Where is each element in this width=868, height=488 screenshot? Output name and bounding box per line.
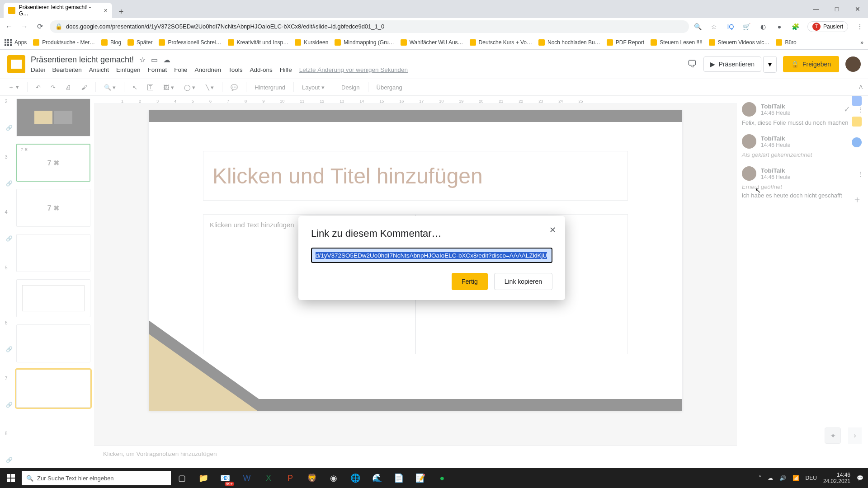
explore-button[interactable]: ✦: [825, 427, 841, 444]
slide-thumbnail[interactable]: [16, 234, 90, 272]
zoom-button[interactable]: 🔍 ▾: [101, 82, 119, 93]
menu-view[interactable]: Ansicht: [89, 66, 109, 73]
tray-chevron-icon[interactable]: ˄: [759, 475, 761, 481]
comment-menu-icon[interactable]: ⋮: [858, 170, 863, 177]
bookmark-item[interactable]: Blog: [101, 39, 121, 46]
apps-shortcut[interactable]: Apps: [5, 39, 27, 46]
brave-icon[interactable]: 🦁: [301, 468, 323, 488]
title-placeholder[interactable]: Klicken und Titel hinzufügen: [203, 151, 628, 201]
extensions-puzzle-icon[interactable]: 🧩: [791, 22, 800, 31]
menu-tools[interactable]: Tools: [228, 66, 243, 73]
browser-tab[interactable]: Präsentieren leicht gemacht! - G… ×: [4, 3, 112, 18]
back-button[interactable]: ←: [4, 21, 14, 32]
background-button[interactable]: Hintergrund: [252, 82, 288, 93]
document-title[interactable]: Präsentieren leicht gemacht!: [31, 55, 134, 65]
paint-format-button[interactable]: 🖌: [79, 82, 90, 93]
start-button[interactable]: [0, 468, 22, 488]
extension-icon[interactable]: IQ: [726, 22, 735, 31]
present-dropdown[interactable]: ▾: [763, 56, 777, 73]
bookmark-item[interactable]: Steuern Videos wic…: [709, 39, 770, 46]
close-tab-icon[interactable]: ×: [104, 7, 108, 14]
layout-button[interactable]: Layout ▾: [299, 82, 327, 93]
menu-insert[interactable]: Einfügen: [116, 66, 140, 73]
onedrive-icon[interactable]: ☁: [768, 475, 773, 481]
menu-slide[interactable]: Folie: [174, 66, 187, 73]
menu-format[interactable]: Format: [147, 66, 167, 73]
volume-icon[interactable]: 🔊: [779, 475, 786, 481]
select-tool[interactable]: ↖: [130, 82, 140, 93]
cloud-saved-icon[interactable]: ☁: [163, 56, 170, 64]
slide-thumbnail-selected[interactable]: [16, 370, 90, 408]
excel-icon[interactable]: X: [258, 468, 279, 488]
comment-history-icon[interactable]: 🗨: [687, 58, 697, 70]
zoom-icon[interactable]: 🔍: [693, 22, 703, 31]
slide-thumbnail[interactable]: [16, 279, 90, 317]
bookmark-item[interactable]: Kreativität und Insp…: [228, 39, 289, 46]
textbox-tool[interactable]: 🅃: [145, 82, 156, 93]
word-icon[interactable]: W: [236, 468, 258, 488]
bookmark-item[interactable]: Steuern Lesen !!!!: [651, 39, 703, 46]
comment-thread[interactable]: TobiTalk 14:46 Heute ⋮ Erneut geöffnet i…: [742, 166, 863, 199]
transition-button[interactable]: Übergang: [374, 82, 405, 93]
bookmark-star-icon[interactable]: ☆: [710, 22, 719, 31]
bookmark-item[interactable]: Produktsuche - Mer…: [33, 39, 95, 46]
menu-edit[interactable]: Bearbeiten: [52, 66, 82, 73]
language-indicator[interactable]: DEU: [806, 475, 817, 481]
shape-tool[interactable]: ◯ ▾: [181, 82, 198, 93]
obs-icon[interactable]: ◉: [323, 468, 344, 488]
slide-thumbnail[interactable]: 7 ✖: [16, 189, 90, 227]
extension-cart-icon[interactable]: 🛒: [742, 22, 751, 31]
spotify-icon[interactable]: ●: [431, 468, 453, 488]
reload-button[interactable]: ⟳: [34, 21, 45, 32]
edge-icon[interactable]: 🌊: [366, 468, 388, 488]
keep-icon[interactable]: [852, 117, 862, 127]
filmstrip[interactable]: 7 ✖7 ✖ 7 ✖: [13, 96, 94, 468]
wifi-icon[interactable]: 📶: [793, 475, 799, 481]
slide-thumbnail[interactable]: [16, 324, 90, 362]
slides-logo-icon[interactable]: [7, 55, 25, 73]
add-side-panel-icon[interactable]: ＋: [853, 193, 862, 206]
powerpoint-icon[interactable]: P: [279, 468, 301, 488]
extension-dark-icon[interactable]: ●: [775, 22, 784, 31]
bookmark-item[interactable]: Später: [127, 39, 152, 46]
menu-addons[interactable]: Add-ons: [250, 66, 273, 73]
print-button[interactable]: 🖨: [63, 82, 74, 93]
image-tool[interactable]: 🖼 ▾: [160, 82, 177, 93]
menu-file[interactable]: Datei: [31, 66, 45, 73]
bookmark-item[interactable]: Kursideen: [295, 39, 328, 46]
menu-help[interactable]: Hilfe: [280, 66, 292, 73]
star-icon[interactable]: ☆: [139, 56, 146, 64]
bookmark-item[interactable]: Mindmapping (Gru…: [335, 39, 394, 46]
clock[interactable]: 14:46 24.02.2021: [823, 472, 850, 485]
theme-button[interactable]: Design: [339, 82, 362, 93]
new-slide-button[interactable]: ＋ ▾: [5, 81, 22, 93]
slide-thumbnail[interactable]: [16, 99, 90, 136]
mail-icon[interactable]: 📧99+: [214, 468, 236, 488]
chrome-icon[interactable]: 🌐: [344, 468, 366, 488]
account-avatar[interactable]: [845, 56, 861, 72]
done-button[interactable]: Fertig: [452, 273, 488, 290]
maximize-button[interactable]: □: [826, 0, 847, 18]
task-view-icon[interactable]: ▢: [171, 468, 193, 488]
comment-link-input[interactable]: [311, 248, 552, 263]
redo-button[interactable]: ↷: [48, 82, 58, 93]
calendar-icon[interactable]: [852, 96, 862, 106]
forward-button[interactable]: →: [19, 21, 30, 32]
speaker-notes[interactable]: Klicken, um Vortragsnotizen hinzuzufügen: [94, 446, 737, 468]
share-button[interactable]: 🔒 Freigeben: [783, 56, 839, 72]
bookmark-item[interactable]: Büro: [776, 39, 796, 46]
bookmark-item[interactable]: PDF Report: [607, 39, 644, 46]
bookmark-item[interactable]: Professionell Schrei…: [159, 39, 221, 46]
app-icon[interactable]: 📄: [388, 468, 410, 488]
line-tool[interactable]: ╲ ▾: [203, 82, 217, 93]
minimize-button[interactable]: —: [806, 0, 826, 18]
copy-link-button[interactable]: Link kopieren: [494, 273, 552, 290]
notepad-icon[interactable]: 📝: [410, 468, 431, 488]
address-bar[interactable]: 🔒 docs.google.com/presentation/d/1yV372S…: [50, 20, 689, 33]
close-window-button[interactable]: ✕: [847, 0, 868, 18]
profile-chip[interactable]: T Pausiert: [807, 21, 848, 32]
tasks-icon[interactable]: [852, 137, 862, 147]
notifications-icon[interactable]: 💬: [857, 475, 863, 481]
new-tab-button[interactable]: +: [115, 5, 127, 18]
menu-arrange[interactable]: Anordnen: [194, 66, 221, 73]
